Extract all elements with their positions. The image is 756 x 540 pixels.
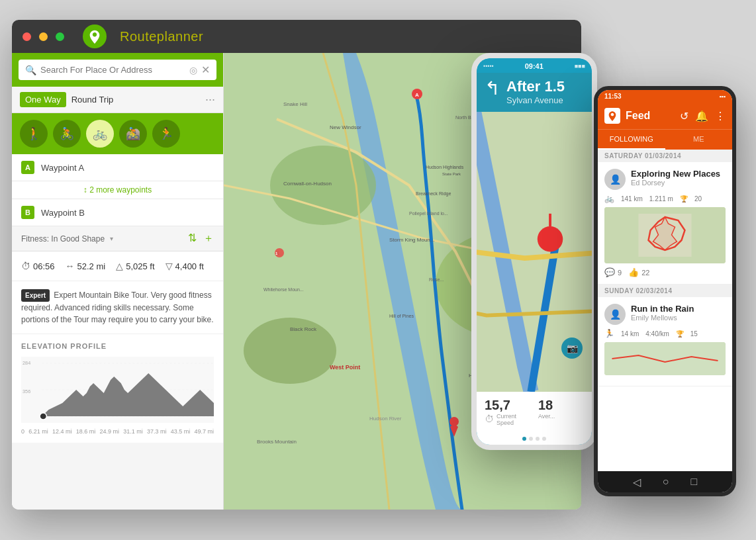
android-status-icons: ▪▪▪ [719,93,726,100]
road-bike-mode-button[interactable]: 🚵 [119,120,147,148]
feed-map-svg-1 [604,207,726,263]
elev-label-3: 18.6 mi [76,428,96,435]
battery-full-icon: ▪▪▪ [719,93,726,100]
android-recents-button[interactable]: □ [690,476,697,488]
distance-stat: ↔ 52.2 mi [66,261,106,271]
feed-item-1-title: Exploring New Places [631,169,726,179]
item1-elevation: 1.211 m [649,195,673,202]
iphone-time: 09:41 [525,62,543,70]
waypoint-b-label: B [21,206,34,219]
android-back-button[interactable]: ◁ [633,476,641,488]
waypoint-a-row[interactable]: A Waypoint A [12,154,223,181]
more-options-icon[interactable]: ⋮ [715,110,726,122]
svg-text:Hudson Highlands: Hudson Highlands [426,165,464,170]
notification-icon[interactable]: 🔔 [695,110,708,122]
me-tab[interactable]: ME [665,130,733,150]
one-way-tab[interactable]: One Way [20,92,66,107]
elevation-gain-stat: △ 5,025 ft [116,261,154,271]
android-screen: 11:53 ▪▪▪ Feed ↺ 🔔 ⋮ FOLLOWING [598,90,732,492]
round-trip-tab[interactable]: Round Trip [66,92,119,107]
nav-dot-4 [542,437,546,441]
run-mode-button[interactable]: 🏃 [152,120,180,148]
elev-label-2: 12.4 mi [52,428,72,435]
svg-text:West Point: West Point [330,364,360,371]
comment-action-1[interactable]: 💬 9 [604,267,622,277]
nav-street: Sylvan Avenue [506,95,584,105]
feed-map-thumb-1 [604,207,726,263]
more-waypoints[interactable]: ↕ 2 more waypoints [12,181,223,199]
mtb-mode-button[interactable]: 🚲 [86,120,114,148]
battery-icon: ■■■ [575,63,585,69]
svg-text:Brooks Mountain: Brooks Mountain [257,439,297,445]
swap-icon[interactable]: ⇅ [188,232,197,246]
app-logo [83,24,107,48]
android-status-bar: 11:53 ▪▪▪ [598,90,732,103]
waypoint-a-label: A [21,161,34,174]
svg-text:A: A [415,92,419,98]
close-button[interactable] [23,32,31,41]
route-more-button[interactable]: ··· [205,93,215,107]
elev-label-1: 6.21 mi [28,428,48,435]
android-nav-bar: ◁ ○ □ [598,471,732,492]
elev-label-5: 31.1 mi [123,428,143,435]
following-tab[interactable]: FOLLOWING [598,130,665,150]
avg-label: Aver... [538,413,584,420]
speed-label: Current Speed [496,413,530,426]
comment-count-1: 9 [618,269,622,277]
item2-pace: 4:40/km [645,330,669,338]
feed-item-1: 👤 Exploring New Places Ed Dorsey 🚲 141 k… [598,162,732,285]
nav-info: After 1.5 Sylvan Avenue [506,79,584,105]
speed-value: 15,7 [485,398,530,412]
fitness-actions: ⇅ ＋ [188,232,214,246]
fitness-row[interactable]: Fitness: In Good Shape ▾ ⇅ ＋ [12,226,223,251]
feed-item-1-user: Ed Dorsey [631,179,726,187]
distance-value: 52.2 mi [77,261,106,271]
maximize-button[interactable] [56,32,64,41]
transport-modes: 🚶 🚴 🚲 🚵 🏃 [12,113,223,154]
iphone: ••••• 09:41 ■■■ ↰ After 1.5 Sylvan Avenu… [471,53,597,450]
feed-title: Feed [626,110,675,122]
avg-value: 18 [538,398,584,412]
route-stats: ⏱ 06:56 ↔ 52.2 mi △ 5,025 ft ▽ 4,400 ft [12,251,223,281]
iphone-screen: ••••• 09:41 ■■■ ↰ After 1.5 Sylvan Avenu… [477,58,592,445]
elevation-up-icon: △ [116,261,123,271]
home-button[interactable] [524,447,545,450]
elevation-loss-value: 4,400 ft [175,261,204,271]
search-bar: 🔍 ◎ ✕ [12,53,223,87]
walk-mode-button[interactable]: 🚶 [20,120,48,148]
waypoint-b-row[interactable]: B Waypoint B [12,199,223,226]
bike-mode-button[interactable]: 🚴 [53,120,81,148]
add-waypoint-icon[interactable]: ＋ [203,232,214,246]
route-description: ExpertExpert Mountain Bike Tour. Very go… [12,281,223,334]
nav-dot-2 [529,437,533,441]
android-home-button[interactable]: ○ [663,476,669,488]
android-phone: 11:53 ▪▪▪ Feed ↺ 🔔 ⋮ FOLLOWING [594,86,736,496]
like-count-1: 22 [641,269,649,277]
search-clear-button[interactable]: ✕ [201,64,210,76]
feed-avatar-1: 👤 [604,169,626,190]
camera-fab-button[interactable]: 📷 [561,338,583,359]
feed-tabs: FOLLOWING ME [598,129,732,150]
search-input-wrapper[interactable]: 🔍 ◎ ✕ [19,60,216,80]
search-input[interactable] [40,65,185,75]
gps-icon[interactable]: ◎ [189,65,197,75]
feed-actions: ↺ 🔔 ⋮ [680,110,726,122]
nav-stats: 15,7 ⏱ Current Speed 18 Aver... [477,392,592,433]
time-icon: ⏱ [21,261,30,271]
refresh-icon[interactable]: ↺ [680,110,688,122]
elevation-down-icon: ▽ [165,261,173,271]
fitness-label: Fitness: In Good Shape [21,234,105,244]
feed-map-thumb-2 [604,342,726,375]
run-stat-icon: 🏃 [604,329,614,338]
speedometer-icon: ⏱ [485,414,494,424]
minimize-button[interactable] [39,32,48,41]
distance-icon: ↔ [66,261,75,271]
time-stat: ⏱ 06:56 [21,261,55,271]
feed-item-2-info: Run in the Rain Emily Mellows [631,304,726,322]
like-action-1[interactable]: 👍 22 [628,267,649,277]
feed-item-2-user: Emily Mellows [631,314,726,322]
nav-map-area: Highland Falls 📷 [477,112,592,392]
speed-stat: 15,7 ⏱ Current Speed [485,398,530,426]
android-time: 11:53 [604,93,622,100]
elev-label-8: 49.7 mi [194,428,214,435]
